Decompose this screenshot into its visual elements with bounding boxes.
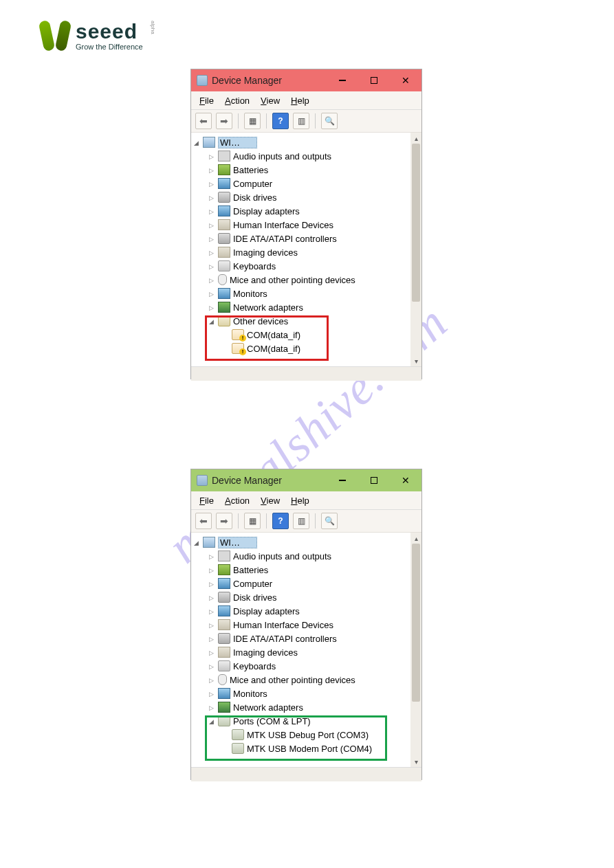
scroll-down-icon[interactable]: ▾ <box>410 355 421 366</box>
tree-item[interactable]: Human Interface Devices <box>193 618 421 632</box>
tree-item[interactable]: Imaging devices <box>193 645 421 659</box>
window-title: Device Manager <box>212 75 282 86</box>
computer-icon <box>203 537 215 548</box>
ide-icon <box>218 633 230 644</box>
tree-item[interactable]: Network adapters <box>193 700 421 714</box>
menu-view[interactable]: View <box>256 494 284 507</box>
tree-item[interactable]: Monitors <box>193 287 421 300</box>
audio-icon <box>218 151 230 162</box>
help-button[interactable]: ? <box>272 513 289 529</box>
tree-item[interactable]: Audio inputs and outputs <box>193 149 421 163</box>
device-tree[interactable]: WI… Audio inputs and outputs Batteries C… <box>191 133 421 366</box>
vertical-scrollbar[interactable]: ▴ ▾ <box>410 133 421 366</box>
disk-icon <box>218 192 230 203</box>
tree-item[interactable]: Batteries <box>193 163 421 177</box>
close-button[interactable] <box>390 69 421 91</box>
tree-item[interactable]: Display adapters <box>193 604 421 618</box>
titlebar[interactable]: Device Manager <box>191 69 421 91</box>
help-button[interactable]: ? <box>272 113 289 129</box>
toolbar: ⬅ ➡ ▦ ? ▥ 🔍 <box>191 510 421 533</box>
toolbar-btn-3[interactable]: 🔍 <box>321 113 338 129</box>
mouse-icon <box>218 674 227 685</box>
tree-item[interactable]: Computer <box>193 577 421 590</box>
tree-item[interactable]: Imaging devices <box>193 245 421 259</box>
tree-item[interactable]: Mice and other pointing devices <box>193 673 421 687</box>
tree-item[interactable]: IDE ATA/ATAPI controllers <box>193 632 421 645</box>
toolbar-btn-1[interactable]: ▦ <box>244 113 261 129</box>
tree-item[interactable]: Computer <box>193 177 421 190</box>
minimize-button[interactable] <box>327 69 358 91</box>
window-title: Device Manager <box>212 475 282 486</box>
disk-icon <box>218 592 230 603</box>
highlight-red-box <box>205 315 329 361</box>
computer-cat-icon <box>218 178 230 189</box>
statusbar <box>191 366 421 381</box>
menu-file[interactable]: File <box>195 494 218 507</box>
menu-help[interactable]: Help <box>287 94 314 107</box>
mouse-icon <box>218 274 227 285</box>
computer-cat-icon <box>218 578 230 589</box>
scroll-down-icon[interactable]: ▾ <box>410 756 421 767</box>
imaging-icon <box>218 647 230 658</box>
tree-root[interactable]: WI… <box>193 135 421 149</box>
minimize-button[interactable] <box>327 469 358 491</box>
tree-item[interactable]: Monitors <box>193 687 421 700</box>
menu-view[interactable]: View <box>256 94 284 107</box>
vertical-scrollbar[interactable]: ▴ ▾ <box>410 533 421 767</box>
tree-item[interactable]: Keyboards <box>193 659 421 673</box>
menu-action[interactable]: Action <box>221 94 254 107</box>
network-icon <box>218 702 230 713</box>
toolbar-btn-2[interactable]: ▥ <box>293 513 309 529</box>
close-button[interactable] <box>390 469 421 491</box>
tree-item[interactable]: Display adapters <box>193 204 421 218</box>
computer-icon <box>203 137 215 148</box>
toolbar-btn-3[interactable]: 🔍 <box>321 513 338 529</box>
maximize-button[interactable] <box>358 69 390 91</box>
network-icon <box>218 302 230 313</box>
tree-item[interactable]: Disk drives <box>193 590 421 604</box>
battery-icon <box>218 164 230 175</box>
audio-icon <box>218 550 230 561</box>
highlight-green-box <box>205 715 387 761</box>
menu-action[interactable]: Action <box>221 494 254 507</box>
scroll-up-icon[interactable]: ▴ <box>410 133 421 144</box>
keyboard-icon <box>218 660 230 671</box>
tree-item[interactable]: Human Interface Devices <box>193 218 421 232</box>
back-button[interactable]: ⬅ <box>195 513 212 529</box>
device-manager-window-1: Device Manager File Action View Help ⬅ ➡… <box>190 69 422 379</box>
forward-button[interactable]: ➡ <box>216 113 232 129</box>
ide-icon <box>218 233 230 244</box>
logo-icon <box>40 21 70 51</box>
tree-item[interactable]: Network adapters <box>193 300 421 314</box>
menu-file[interactable]: File <box>195 94 218 107</box>
tree-item[interactable]: Disk drives <box>193 190 421 204</box>
app-icon <box>197 475 208 486</box>
logo-tagline: Grow the Difference <box>76 43 143 51</box>
toolbar-btn-2[interactable]: ▥ <box>293 113 309 129</box>
forward-button[interactable]: ➡ <box>216 513 232 529</box>
scroll-up-icon[interactable]: ▴ <box>410 533 421 544</box>
display-icon <box>218 605 230 616</box>
menubar: File Action View Help <box>191 491 421 510</box>
toolbar-btn-1[interactable]: ▦ <box>244 513 261 529</box>
scroll-thumb[interactable] <box>412 144 420 302</box>
menu-help[interactable]: Help <box>287 494 314 507</box>
tree-item[interactable]: Batteries <box>193 563 421 577</box>
tree-item[interactable]: IDE ATA/ATAPI controllers <box>193 232 421 245</box>
tree-item[interactable]: Mice and other pointing devices <box>193 273 421 287</box>
toolbar: ⬅ ➡ ▦ ? ▥ 🔍 <box>191 110 421 133</box>
scroll-thumb[interactable] <box>412 544 420 702</box>
seeed-logo: seeed Grow the Difference alpha <box>40 21 156 51</box>
imaging-icon <box>218 247 230 258</box>
app-icon <box>197 75 208 86</box>
maximize-button[interactable] <box>358 469 390 491</box>
device-tree[interactable]: WI… Audio inputs and outputs Batteries C… <box>191 533 421 767</box>
tree-item[interactable]: Keyboards <box>193 259 421 273</box>
titlebar[interactable]: Device Manager <box>191 469 421 491</box>
logo-alpha: alpha <box>150 21 156 34</box>
back-button[interactable]: ⬅ <box>195 113 212 129</box>
tree-root[interactable]: WI… <box>193 535 421 549</box>
tree-item[interactable]: Audio inputs and outputs <box>193 549 421 563</box>
hid-icon <box>218 219 230 230</box>
monitor-icon <box>218 688 230 699</box>
